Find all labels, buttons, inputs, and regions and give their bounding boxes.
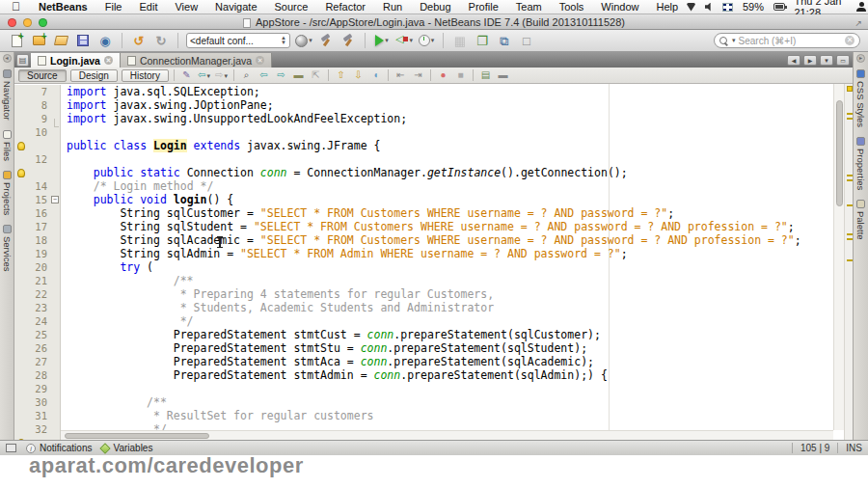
profile-project-button[interactable]: ▾ [418, 33, 435, 49]
vertical-scrollbar[interactable] [833, 84, 844, 430]
dock-tab-navigator[interactable]: Navigator [2, 67, 13, 123]
code-line[interactable]: 29 [14, 382, 833, 395]
code-line[interactable]: 26 PreparedStatement stmtStu = conn.prep… [14, 341, 833, 355]
tab-connectionmanager.java[interactable]: ConnectionManager.java ✕ [121, 53, 272, 68]
output-window-icon[interactable] [6, 444, 16, 452]
clear-search-icon[interactable]: ✕ [845, 36, 854, 45]
code-line[interactable]: 28 PreparedStatement stmtAdmin = conn.pr… [14, 368, 833, 382]
code-line[interactable]: 12 [14, 152, 833, 166]
vertical-scrollbar-thumb[interactable] [836, 100, 843, 206]
warning-stripe-mark[interactable] [847, 233, 853, 235]
highlight-search-icon[interactable]: ▬ [291, 70, 306, 80]
dock-tab-properties[interactable]: Properties [855, 134, 866, 193]
code-line[interactable]: 16 String sqlCustomer = "SELECT * FROM C… [14, 206, 833, 220]
variables-tab[interactable]: Variables [101, 443, 152, 453]
error-stripe[interactable] [844, 84, 853, 440]
apple-menu-icon[interactable]:  [12, 0, 20, 14]
user-icon[interactable] [856, 2, 863, 12]
menu-netbeans[interactable]: NetBeans [30, 1, 96, 13]
debug-project-button[interactable]: ▾ [395, 33, 413, 49]
code-line[interactable]: 20 try ( [14, 260, 833, 274]
tab-dropdown-button[interactable]: ▼ [820, 55, 833, 66]
find-selection-icon[interactable]: ⌕ [239, 70, 254, 80]
close-tab-icon[interactable]: ✕ [256, 56, 264, 65]
code-editor[interactable]: 7 import java.sql.SQLException; 8 import… [14, 84, 853, 440]
menu-profile[interactable]: Profile [460, 1, 507, 13]
diff-icon[interactable]: ⧉ [496, 33, 513, 49]
build-project-button[interactable] [317, 33, 335, 49]
scroll-tabs-left-button[interactable]: ◀ [787, 55, 800, 66]
code-line[interactable]: 17 String sqlStudent = "SELECT * FROM Cu… [14, 220, 833, 233]
commit-icon[interactable]: ❐ [474, 33, 491, 49]
menu-team[interactable]: Team [507, 1, 551, 13]
left-dock-collapse-icon[interactable]: ◂ [3, 54, 12, 63]
warning-stripe-mark[interactable] [847, 259, 853, 261]
shift-left-icon[interactable]: ⇤ [393, 70, 408, 80]
keyboard-layout-flag-icon[interactable] [722, 3, 733, 12]
warning-stripe-mark[interactable] [847, 204, 853, 206]
horizontal-scrollbar[interactable] [61, 430, 833, 440]
warning-icon[interactable] [14, 169, 28, 177]
dock-tab-css-styles[interactable]: CSS Styles [855, 67, 866, 130]
new-project-button[interactable] [30, 33, 47, 49]
code-line[interactable]: 14 /* Login method */ [14, 179, 833, 193]
warning-stripe-mark[interactable] [847, 175, 853, 176]
warning-stripe-mark[interactable] [847, 118, 853, 120]
maximize-editor-button[interactable]: ▭ [836, 55, 850, 66]
back-icon[interactable]: ⇦▾ [197, 70, 211, 80]
last-edit-position-icon[interactable]: ✎ [179, 70, 194, 80]
code-line[interactable]: 31 * ResultSet for regular customers [14, 409, 833, 422]
menu-tools[interactable]: Tools [551, 1, 593, 13]
resize-icon[interactable]: ↗ [854, 18, 862, 28]
globe-icon[interactable]: ▾ [295, 33, 312, 49]
code-line[interactable]: 30 /** [14, 395, 833, 409]
code-line[interactable]: 10 [14, 125, 833, 139]
code-line[interactable]: 23 * Students, Academic Students and Adm… [14, 301, 833, 314]
menu-help[interactable]: Help [647, 1, 687, 13]
clean-build-button[interactable] [339, 33, 357, 49]
menu-source[interactable]: Source [266, 1, 317, 13]
source-view-button[interactable]: Source [18, 69, 67, 82]
design-view-button[interactable]: Design [70, 69, 118, 82]
search-input[interactable]: ▾ Search (⌘+I) ✕ [714, 33, 860, 48]
previous-bookmark-icon[interactable]: ⇧ [334, 70, 348, 80]
code-line[interactable]: 24 */ [14, 314, 833, 328]
code-line[interactable]: 7 import java.sql.SQLException; [14, 85, 833, 98]
save-all-button[interactable] [74, 33, 92, 49]
toggle-bookmark-icon[interactable]: ◖ [368, 70, 383, 80]
code-line[interactable]: 8 import javax.swing.JOptionPane; [14, 98, 833, 112]
zoom-window-button[interactable] [39, 18, 47, 27]
undo-button[interactable]: ↺ [130, 33, 148, 49]
scroll-tabs-right-button[interactable]: ▶ [803, 55, 817, 66]
menu-run[interactable]: Run [374, 1, 411, 13]
menu-navigate[interactable]: Navigate [206, 1, 265, 13]
start-macro-recording-icon[interactable]: ● [436, 70, 450, 80]
code-line[interactable]: 18 String sqlAcademic = "SELECT * FROM C… [14, 233, 833, 247]
minimize-window-button[interactable] [23, 18, 32, 27]
wifi-icon[interactable] [687, 3, 695, 12]
comment-icon[interactable]: ▤ [478, 70, 493, 80]
shift-right-icon[interactable]: ⇥ [411, 70, 425, 80]
notifications-tab[interactable]: i Notifications [26, 443, 92, 453]
next-bookmark-icon[interactable]: ⇩ [351, 70, 366, 80]
dock-tab-services[interactable]: Services [2, 222, 13, 274]
warning-stripe-mark[interactable] [847, 113, 853, 115]
code-line[interactable]: 15− public void login() { [14, 193, 833, 206]
dock-tab-palette[interactable]: Palette [855, 197, 866, 243]
code-line[interactable]: public static Connection conn = Connecti… [14, 166, 833, 179]
open-project-button[interactable] [52, 33, 69, 49]
code-line[interactable]: 21 /** [14, 274, 833, 287]
menu-refactor[interactable]: Refactor [316, 1, 374, 13]
next-occurrence-icon[interactable]: ⇨ [274, 70, 288, 80]
warning-stripe-mark[interactable] [847, 238, 853, 240]
warning-icon[interactable] [14, 439, 28, 441]
preview-eye-icon[interactable]: ◉ [96, 33, 114, 49]
menu-file[interactable]: File [96, 1, 131, 13]
menu-debug[interactable]: Debug [411, 1, 459, 13]
menu-window[interactable]: Window [592, 1, 647, 13]
warning-icon[interactable] [14, 142, 28, 150]
dock-tab-files[interactable]: Files [2, 127, 13, 164]
volume-icon[interactable] [705, 3, 713, 12]
file-warnings-indicator[interactable] [847, 86, 853, 92]
code-line[interactable]: public class Login extends javax.swing.J… [14, 139, 833, 152]
